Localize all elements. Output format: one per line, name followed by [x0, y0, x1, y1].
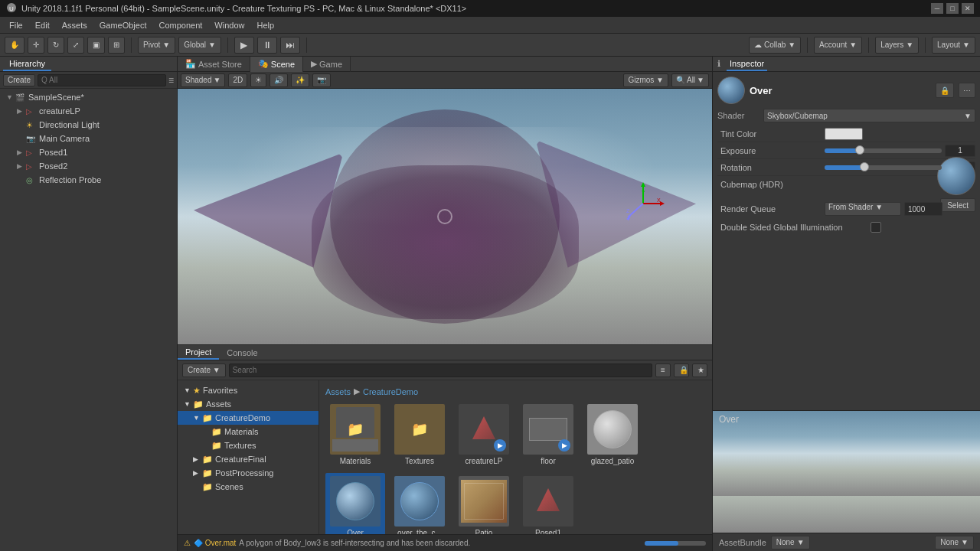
exposure-value: 1: [825, 145, 975, 157]
menu-gameobject[interactable]: GameObject: [93, 19, 153, 31]
rect-tool-button[interactable]: ▣: [87, 37, 105, 54]
maximize-button[interactable]: □: [946, 3, 959, 14]
2d-button[interactable]: 2D: [228, 73, 247, 87]
step-button[interactable]: ⏭: [280, 37, 300, 54]
rotate-tool-button[interactable]: ↻: [47, 37, 64, 54]
menu-help[interactable]: Help: [250, 19, 280, 31]
creaturefinal-label: CreatureFinal: [215, 455, 266, 464]
tab-console[interactable]: Console: [219, 347, 265, 359]
shaded-dropdown[interactable]: Shaded ▼: [181, 73, 225, 87]
asset-creaturelp[interactable]: ▶ creatureLP: [454, 401, 514, 468]
tree-assets[interactable]: ▼ 📁 Assets: [178, 397, 318, 411]
hier-item-posed1[interactable]: ▶ ▷ Posed1: [0, 145, 177, 159]
lighting-button[interactable]: ☀: [250, 73, 266, 87]
breadcrumb-creaturedemo[interactable]: CreatureDemo: [363, 387, 418, 396]
menu-component[interactable]: Component: [152, 19, 208, 31]
tab-asset-store[interactable]: 🏪 Asset Store: [178, 57, 250, 72]
global-dropdown[interactable]: Global ▼: [178, 37, 221, 54]
menu-window[interactable]: Window: [208, 19, 250, 31]
hand-tool-button[interactable]: ✋: [5, 37, 24, 54]
favorites-arrow: ▼: [184, 386, 193, 394]
minimize-button[interactable]: ─: [931, 3, 943, 14]
hier-item-reflectionprobe[interactable]: ◎ Reflection Probe: [0, 173, 177, 187]
hier-label-reflectionprobe: Reflection Probe: [39, 175, 101, 184]
asset-bundle-dropdown[interactable]: None ▼: [771, 536, 810, 549]
tab-project[interactable]: Project: [178, 346, 219, 360]
tree-scenes[interactable]: 📁 Scenes: [178, 480, 318, 494]
hier-item-posed2[interactable]: ▶ ▷ Posed2: [0, 159, 177, 173]
render-queue-dropdown[interactable]: From Shader ▼: [825, 202, 901, 216]
breadcrumb-assets[interactable]: Assets: [325, 387, 351, 396]
close-button[interactable]: ✕: [962, 3, 974, 14]
layers-dropdown[interactable]: Layers ▼: [875, 37, 919, 54]
gizmos-dropdown[interactable]: Gizmos ▼: [623, 73, 668, 87]
inspector-tab[interactable]: Inspector: [727, 57, 767, 71]
global-chevron: ▼: [208, 41, 216, 49]
asset-over[interactable]: Over: [325, 473, 385, 534]
tab-game[interactable]: ▶ Game: [303, 57, 351, 72]
asset-posed1[interactable]: Posed1: [518, 473, 578, 534]
hier-item-directionallight[interactable]: ☀ Directional Light: [0, 118, 177, 132]
collab-button[interactable]: ☁ Collab ▼: [749, 37, 801, 54]
asset-bundle-variant-dropdown[interactable]: None ▼: [935, 536, 974, 549]
double-sided-checkbox[interactable]: [871, 222, 881, 233]
asset-patio[interactable]: Patio: [454, 473, 514, 534]
project-filter-button[interactable]: ≡: [655, 364, 671, 377]
tree-creaturedemo[interactable]: ▼ 📁 CreatureDemo: [178, 411, 318, 425]
project-create-button[interactable]: Create ▼: [182, 364, 226, 377]
menu-file[interactable]: File: [3, 19, 29, 31]
inspector-more-button[interactable]: ⋯: [959, 83, 975, 98]
tree-textures[interactable]: 📁 Textures: [178, 439, 318, 452]
svg-text:Y: Y: [642, 190, 645, 195]
asset-over-the-c[interactable]: over_the_c...: [390, 473, 449, 534]
search-all-dropdown[interactable]: 🔍 All ▼: [671, 73, 709, 87]
tree-materials[interactable]: 📁 Materials: [178, 425, 318, 439]
hierarchy-create-button[interactable]: Create: [3, 74, 35, 86]
exposure-slider-handle[interactable]: [855, 145, 864, 155]
project-star-button[interactable]: ★: [692, 364, 707, 377]
asset-materials[interactable]: 📁 Materials: [325, 401, 385, 468]
scene-viewport[interactable]: Y X Z: [178, 89, 712, 344]
inspector-lock-button[interactable]: 🔒: [936, 83, 954, 98]
move-tool-button[interactable]: ✛: [28, 37, 44, 54]
creature-body: [312, 165, 579, 318]
layout-dropdown[interactable]: Layout ▼: [932, 37, 975, 54]
project-lock-button[interactable]: 🔒: [674, 364, 689, 377]
tree-creaturefinal[interactable]: ▶ 📁 CreatureFinal: [178, 452, 318, 466]
shader-dropdown[interactable]: Skybox/Cubemap ▼: [763, 109, 975, 122]
menu-assets[interactable]: Assets: [56, 19, 93, 31]
pivot-dropdown[interactable]: Pivot ▼: [138, 37, 175, 54]
hier-item-maincamera[interactable]: 📷 Main Camera: [0, 132, 177, 145]
cubemap-select-button[interactable]: Select: [940, 198, 975, 212]
effects-button[interactable]: ✨: [291, 73, 309, 87]
tree-favorites[interactable]: ▼ ★ Favorites: [178, 383, 318, 397]
hierarchy-sort-icon[interactable]: ≡: [168, 75, 174, 86]
project-search-input[interactable]: [229, 364, 652, 377]
hier-label-posed2: Posed2: [39, 161, 67, 171]
rotation-slider-track[interactable]: [825, 165, 942, 170]
scale-tool-button[interactable]: ⤢: [67, 37, 84, 54]
hier-item-creaturelp[interactable]: ▶ ▷ creatureLP: [0, 104, 177, 118]
asset-textures[interactable]: 📁 Textures: [390, 401, 449, 468]
tree-postprocessing[interactable]: ▶ 📁 PostProcessing: [178, 466, 318, 480]
exposure-label: Exposure: [717, 146, 825, 155]
toolbar-separator-5: [868, 37, 869, 53]
menu-edit[interactable]: Edit: [29, 19, 56, 31]
transform-tool-button[interactable]: ⊞: [108, 37, 125, 54]
pause-button[interactable]: ⏸: [257, 37, 277, 54]
tab-scene[interactable]: 🎭 Scene: [250, 57, 303, 72]
asset-floor[interactable]: ▶ floor: [518, 401, 578, 468]
rotation-slider-handle[interactable]: [860, 162, 869, 171]
asset-glazed-patio[interactable]: glazed_patio: [583, 401, 642, 468]
hierarchy-tab[interactable]: Hierarchy: [3, 57, 51, 71]
hier-item-scene[interactable]: ▼ 🎬 SampleScene*: [0, 90, 177, 104]
exposure-slider-track[interactable]: [825, 148, 942, 153]
account-dropdown[interactable]: Account ▼: [814, 37, 862, 54]
exposure-number[interactable]: 1: [945, 145, 975, 157]
hierarchy-search-input[interactable]: [38, 74, 166, 86]
scene-camera-button[interactable]: 📷: [312, 73, 331, 87]
materials-label: Materials: [340, 457, 371, 465]
tint-color-swatch[interactable]: [825, 128, 863, 140]
audio-button[interactable]: 🔊: [270, 73, 288, 87]
play-button[interactable]: ▶: [234, 37, 254, 54]
